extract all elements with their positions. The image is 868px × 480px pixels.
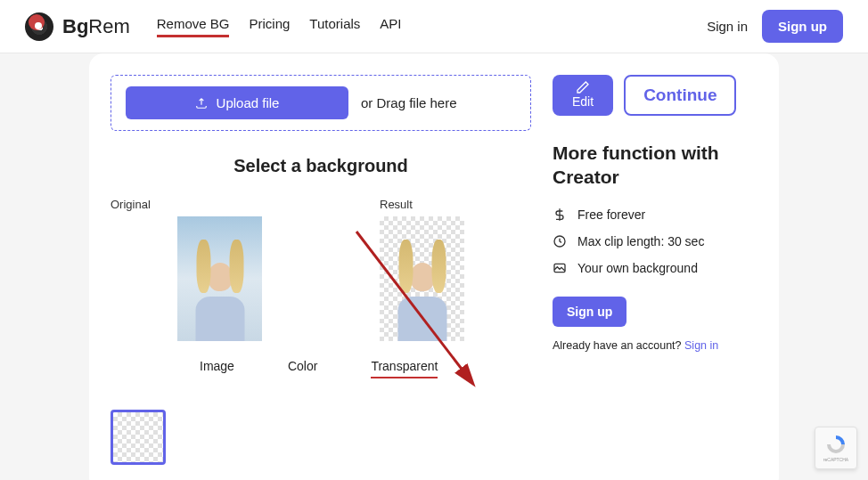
signup-button[interactable]: Sign up bbox=[762, 10, 843, 43]
nav-api[interactable]: API bbox=[380, 16, 401, 37]
nav: Remove BG Pricing Tutorials API bbox=[157, 16, 402, 37]
upload-button[interactable]: Upload file bbox=[126, 86, 348, 119]
right-column: Edit Continue More function with Creator… bbox=[553, 75, 757, 465]
account-text: Already have an account? Sign in bbox=[553, 339, 757, 352]
logo-text: BgRem bbox=[62, 15, 130, 38]
upload-dropzone[interactable]: Upload file or Drag file here bbox=[111, 75, 531, 131]
drag-text: or Drag file here bbox=[361, 95, 457, 110]
result-label: Result bbox=[380, 198, 464, 211]
logo[interactable]: BgRem bbox=[25, 12, 130, 41]
feature-text: Your own background bbox=[577, 261, 698, 275]
recaptcha-badge: reCAPTCHA bbox=[815, 427, 857, 469]
main-card: Upload file or Drag file here Select a b… bbox=[89, 53, 779, 480]
tab-transparent[interactable]: Transparent bbox=[371, 359, 438, 378]
clock-icon bbox=[553, 234, 567, 248]
bg-tabs: Image Color Transparent bbox=[200, 359, 531, 378]
logo-icon bbox=[25, 12, 53, 41]
dollar-icon bbox=[553, 207, 567, 222]
recaptcha-icon bbox=[825, 434, 847, 455]
edit-button[interactable]: Edit bbox=[553, 75, 613, 116]
action-row: Edit Continue bbox=[553, 75, 757, 116]
preview-row: Original Result bbox=[111, 198, 531, 341]
left-column: Upload file or Drag file here Select a b… bbox=[111, 75, 531, 465]
feature-text: Free forever bbox=[577, 207, 645, 222]
upload-button-label: Upload file bbox=[217, 95, 280, 110]
feature-item: Your own background bbox=[553, 261, 757, 275]
original-image bbox=[177, 216, 262, 341]
feature-title: More function with Creator bbox=[553, 141, 757, 190]
nav-tutorials[interactable]: Tutorials bbox=[309, 16, 360, 37]
section-title: Select a background bbox=[111, 156, 531, 176]
tab-color[interactable]: Color bbox=[288, 359, 317, 378]
signin-inline-link[interactable]: Sign in bbox=[684, 339, 718, 352]
edit-icon bbox=[576, 80, 590, 94]
header: BgRem Remove BG Pricing Tutorials API Si… bbox=[0, 0, 868, 53]
nav-pricing[interactable]: Pricing bbox=[249, 16, 290, 37]
tab-image[interactable]: Image bbox=[200, 359, 234, 378]
thumbnails bbox=[111, 410, 531, 465]
feature-item: Free forever bbox=[553, 207, 757, 222]
header-right: Sign in Sign up bbox=[707, 10, 843, 43]
signin-link[interactable]: Sign in bbox=[707, 19, 748, 34]
recaptcha-text: reCAPTCHA bbox=[823, 457, 848, 462]
result-image bbox=[380, 216, 464, 341]
upload-icon bbox=[195, 97, 208, 110]
feature-text: Max clip length: 30 sec bbox=[577, 234, 704, 248]
original-label: Original bbox=[111, 198, 262, 211]
image-icon bbox=[553, 261, 567, 275]
feature-item: Max clip length: 30 sec bbox=[553, 234, 757, 248]
edit-label: Edit bbox=[572, 94, 594, 109]
nav-remove-bg[interactable]: Remove BG bbox=[157, 16, 230, 37]
thumbnail-transparent[interactable] bbox=[111, 410, 166, 465]
result-column: Result bbox=[298, 198, 464, 341]
original-column: Original bbox=[111, 198, 262, 341]
signup-cta-button[interactable]: Sign up bbox=[553, 297, 626, 327]
continue-button[interactable]: Continue bbox=[624, 75, 736, 116]
